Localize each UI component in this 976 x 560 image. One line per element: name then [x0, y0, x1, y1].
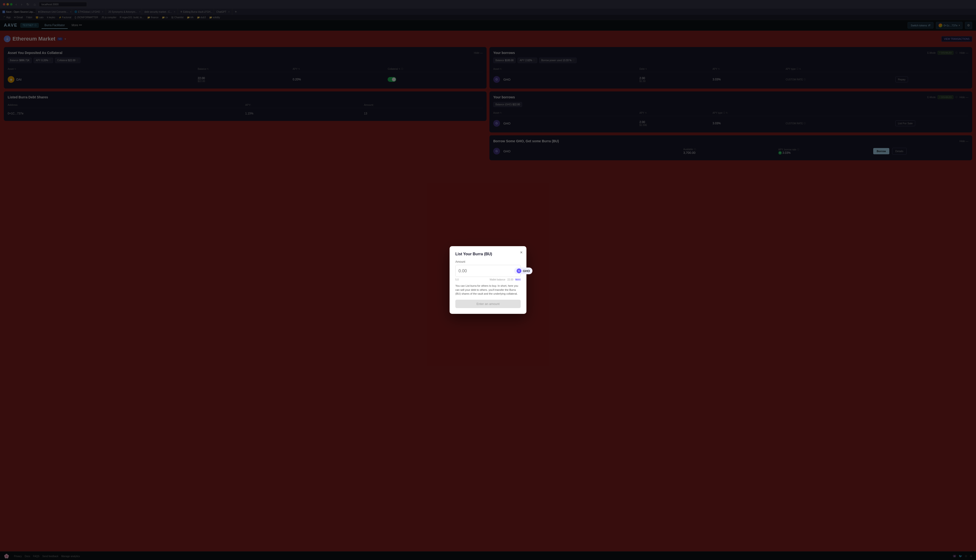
modal-description: You can List burra for others to buy. In… [455, 284, 521, 296]
max-button[interactable]: MAX [515, 278, 521, 281]
token-selector[interactable]: G GHO [514, 268, 532, 274]
token-name: GHO [523, 269, 530, 273]
modal-close-button[interactable]: × [520, 250, 523, 255]
amount-sub-row: 5.0 Wallet balance 22.00 MAX [455, 278, 521, 281]
modal-overlay: List Your Burra (BU) × Amount G GHO 5.0 … [0, 0, 976, 560]
wallet-balance-info: Wallet balance 22.00 MAX [490, 278, 521, 281]
amount-input[interactable] [458, 268, 514, 273]
wallet-balance-value: 22.00 [507, 278, 513, 281]
gho-token-icon: G [516, 268, 521, 273]
enter-amount-button[interactable]: Enter an amount [455, 300, 521, 308]
amount-input-wrap: G GHO [455, 265, 521, 277]
modal-amount-label: Amount [455, 260, 521, 263]
list-burra-modal: List Your Burra (BU) × Amount G GHO 5.0 … [450, 246, 526, 314]
modal-title: List Your Burra (BU) [455, 252, 521, 256]
min-value: 5.0 [455, 278, 459, 281]
wallet-balance-label: Wallet balance [490, 278, 505, 281]
